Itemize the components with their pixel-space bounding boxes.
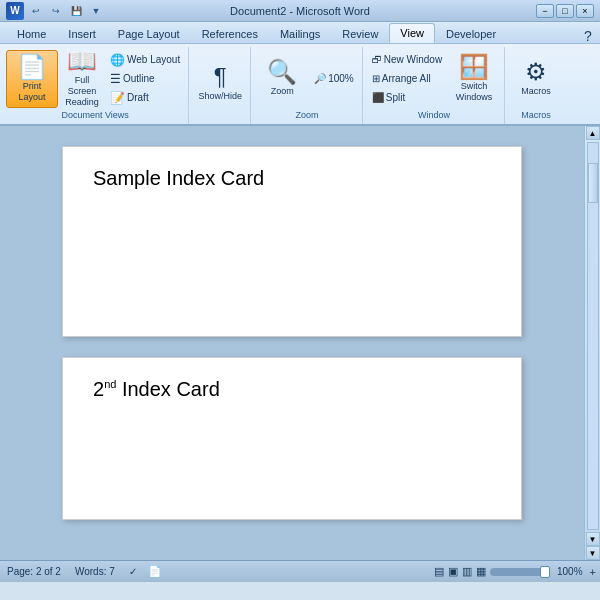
window-controls: 🗗 New Window ⊞ Arrange All ⬛ Split 🪟 Swi… <box>368 49 500 108</box>
status-bar: Page: 2 of 2 Words: 7 ✓ 📄 ▤ ▣ ▥ ▦ 100% + <box>0 560 600 582</box>
window-group-label: Window <box>418 108 450 122</box>
arrange-all-icon: ⊞ <box>372 73 380 84</box>
scroll-down-button[interactable]: ▼ <box>586 532 600 546</box>
tab-insert[interactable]: Insert <box>57 23 107 43</box>
scroll-up-button[interactable]: ▲ <box>586 126 600 140</box>
draft-label: Draft <box>127 92 149 103</box>
macros-icon: ⚙ <box>525 60 547 84</box>
card-1-title: Sample Index Card <box>63 147 521 200</box>
arrange-all-button[interactable]: ⊞ Arrange All <box>368 70 446 88</box>
tab-view[interactable]: View <box>389 23 435 43</box>
spell-check-icon[interactable]: ✓ <box>126 566 140 577</box>
view-reading-icon[interactable]: ▥ <box>462 565 472 578</box>
title-bar: W ↩ ↪ 💾 ▼ Document2 - Microsoft Word − □… <box>0 0 600 22</box>
zoom-level[interactable]: 100% <box>554 566 586 577</box>
tab-developer[interactable]: Developer <box>435 23 507 43</box>
show-hide-button[interactable]: ¶ Show/Hide <box>194 55 246 113</box>
new-window-icon: 🗗 <box>372 54 382 65</box>
restore-button[interactable]: □ <box>556 4 574 18</box>
document-views-label: Document Views <box>61 108 128 122</box>
zoom-controls: 🔍 Zoom 🔎 100% <box>256 49 358 108</box>
ribbon-group-document-views: 📄 PrintLayout 📖 Full ScreenReading 🌐 Web… <box>2 47 189 124</box>
view-normal-icon[interactable]: ▤ <box>434 565 444 578</box>
view-small-buttons: 🌐 Web Layout ☰ Outline 📝 Draft <box>106 51 184 107</box>
index-card-1: Sample Index Card <box>62 146 522 337</box>
ribbon-group-macros: ⚙ Macros Macros <box>506 47 566 124</box>
ribbon: 📄 PrintLayout 📖 Full ScreenReading 🌐 Web… <box>0 44 600 126</box>
switch-windows-label: SwitchWindows <box>456 81 493 103</box>
zoom-slider[interactable] <box>490 568 550 576</box>
status-right: ▤ ▣ ▥ ▦ 100% + <box>434 565 596 578</box>
full-screen-reading-button[interactable]: 📖 Full ScreenReading <box>60 50 104 108</box>
app-icon: W <box>6 2 24 20</box>
web-layout-button[interactable]: 🌐 Web Layout <box>106 51 184 69</box>
show-hide-icon: ¶ <box>214 65 227 89</box>
new-window-label: New Window <box>384 54 442 65</box>
zoom-label: Zoom <box>271 86 294 97</box>
scrollbar-track[interactable] <box>587 142 599 530</box>
draft-button[interactable]: 📝 Draft <box>106 89 184 107</box>
zoom-in-icon[interactable]: + <box>590 566 596 578</box>
show-hide-label: Show/Hide <box>198 91 242 102</box>
macros-label: Macros <box>521 86 551 97</box>
status-left: Page: 2 of 2 Words: 7 ✓ 📄 <box>4 565 162 578</box>
ribbon-group-window: 🗗 New Window ⊞ Arrange All ⬛ Split 🪟 Swi… <box>364 47 505 124</box>
macros-group-label: Macros <box>521 108 551 122</box>
document-area[interactable]: Sample Index Card 2nd Index Card <box>0 126 584 560</box>
card-2-number: 2 <box>93 378 104 400</box>
close-button[interactable]: × <box>576 4 594 18</box>
zoom-slider-thumb[interactable] <box>540 566 550 578</box>
document-views-controls: 📄 PrintLayout 📖 Full ScreenReading 🌐 Web… <box>6 49 184 108</box>
full-screen-label: Full ScreenReading <box>61 75 103 107</box>
arrange-all-label: Arrange All <box>382 73 431 84</box>
tab-home[interactable]: Home <box>6 23 57 43</box>
ribbon-group-show-hide: ¶ Show/Hide <box>190 47 251 124</box>
scroll-down-button-2[interactable]: ▼ <box>586 546 600 560</box>
web-layout-label: Web Layout <box>127 54 180 65</box>
minimize-button[interactable]: − <box>536 4 554 18</box>
zoom-icon: 🔍 <box>267 60 297 84</box>
window-small-buttons: 🗗 New Window ⊞ Arrange All ⬛ Split <box>368 51 446 107</box>
print-layout-icon: 📄 <box>17 55 47 79</box>
tab-references[interactable]: References <box>191 23 269 43</box>
save-button[interactable]: 💾 <box>68 4 84 18</box>
vertical-scrollbar[interactable]: ▲ ▼ ▼ <box>584 126 600 560</box>
print-layout-label: PrintLayout <box>18 81 45 103</box>
web-layout-icon: 🌐 <box>110 53 125 67</box>
tab-page-layout[interactable]: Page Layout <box>107 23 191 43</box>
switch-windows-button[interactable]: 🪟 SwitchWindows <box>448 50 500 108</box>
redo-button[interactable]: ↪ <box>48 4 64 18</box>
print-layout-button[interactable]: 📄 PrintLayout <box>6 50 58 108</box>
index-card-2: 2nd Index Card <box>62 357 522 520</box>
split-button[interactable]: ⬛ Split <box>368 89 446 107</box>
zoom-100-button[interactable]: 🔎 100% <box>310 70 358 88</box>
outline-label: Outline <box>123 73 155 84</box>
tab-mailings[interactable]: Mailings <box>269 23 331 43</box>
ribbon-group-zoom: 🔍 Zoom 🔎 100% Zoom <box>252 47 363 124</box>
word-count[interactable]: Words: 7 <box>72 566 118 577</box>
zoom-small-buttons: 🔎 100% <box>310 70 358 88</box>
card-2-superscript: nd <box>104 378 116 390</box>
zoom-group-label: Zoom <box>295 108 318 122</box>
undo-button[interactable]: ↩ <box>28 4 44 18</box>
outline-button[interactable]: ☰ Outline <box>106 70 184 88</box>
zoom-button[interactable]: 🔍 Zoom <box>256 50 308 108</box>
new-window-button[interactable]: 🗗 New Window <box>368 51 446 69</box>
zoom-100-icon: 🔎 <box>314 73 326 84</box>
full-screen-icon: 📖 <box>67 49 97 73</box>
outline-icon: ☰ <box>110 72 121 86</box>
main-area: Sample Index Card 2nd Index Card ▲ ▼ ▼ <box>0 126 600 560</box>
switch-windows-icon: 🪟 <box>459 55 489 79</box>
page-indicator[interactable]: Page: 2 of 2 <box>4 566 64 577</box>
quick-access-dropdown[interactable]: ▼ <box>88 4 104 18</box>
macros-button[interactable]: ⚙ Macros <box>510 50 562 108</box>
split-icon: ⬛ <box>372 92 384 103</box>
card-2-title: 2nd Index Card <box>63 358 521 411</box>
help-icon[interactable]: ? <box>580 29 596 43</box>
tab-review[interactable]: Review <box>331 23 389 43</box>
view-print-icon[interactable]: ▦ <box>476 565 486 578</box>
draft-icon: 📝 <box>110 91 125 105</box>
scrollbar-thumb[interactable] <box>588 163 598 203</box>
macros-controls: ⚙ Macros <box>510 49 562 108</box>
view-web-icon[interactable]: ▣ <box>448 565 458 578</box>
